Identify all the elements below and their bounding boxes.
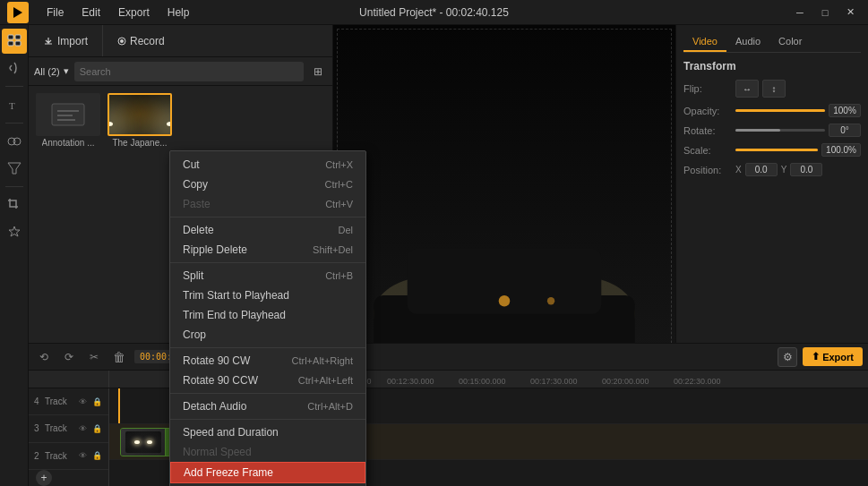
track-label-3: 3 Track 👁 🔒 xyxy=(29,415,108,442)
export-button[interactable]: ⬆ Export xyxy=(803,347,863,366)
ctx-rotate-cw[interactable]: Rotate 90 CWCtrl+Alt+Right xyxy=(170,351,365,371)
svg-point-25 xyxy=(499,295,510,306)
ctx-separator-1 xyxy=(170,217,365,217)
ctx-cut[interactable]: CutCtrl+X xyxy=(170,155,365,175)
rotate-control: 0° xyxy=(735,124,861,137)
ctx-separator-5 xyxy=(170,419,365,420)
flip-controls: ↔ ↕ xyxy=(735,80,861,98)
record-button[interactable]: Record xyxy=(103,25,179,56)
transform-title: Transform xyxy=(683,60,861,72)
video-thumb xyxy=(107,93,172,136)
properties-tabs: Video Audio Color xyxy=(683,32,861,53)
flip-v-button[interactable]: ↕ xyxy=(762,80,786,98)
media-toolbar: All (2) ▾ ⊞ xyxy=(29,57,332,86)
ctx-copy[interactable]: CopyCtrl+C xyxy=(170,175,365,194)
ctx-crop[interactable]: Crop xyxy=(170,325,365,345)
menu-help[interactable]: Help xyxy=(164,4,193,21)
track-2-lock[interactable]: 🔒 xyxy=(90,449,103,462)
opacity-slider[interactable] xyxy=(735,109,825,112)
toolbar-media-btn[interactable] xyxy=(2,29,27,54)
toolbar-separator-1 xyxy=(5,86,23,87)
menu-edit[interactable]: Edit xyxy=(78,4,104,21)
media-item[interactable]: Annotation ... xyxy=(36,93,100,148)
minimize-button[interactable]: ─ xyxy=(789,4,811,21)
svg-rect-3 xyxy=(15,41,21,46)
flip-label: Flip: xyxy=(683,83,735,94)
track-labels: 4 Track 👁 🔒 3 Track 👁 🔒 2 Track xyxy=(29,388,109,486)
ctx-paste: PasteCtrl+V xyxy=(170,194,365,214)
ctx-ripple-delete[interactable]: Ripple DeleteShift+Del xyxy=(170,240,365,260)
ruler-mark-6: 00:20:00.000 xyxy=(602,377,649,386)
flip-row: Flip: ↔ ↕ xyxy=(683,80,861,98)
tab-audio[interactable]: Audio xyxy=(726,32,769,52)
ctx-delete[interactable]: DeleteDel xyxy=(170,220,365,240)
ctx-trim-end[interactable]: Trim End to Playhead xyxy=(170,305,365,325)
tab-video[interactable]: Video xyxy=(683,32,726,52)
menu-export[interactable]: Export xyxy=(115,4,153,21)
flip-h-button[interactable]: ↔ xyxy=(735,80,759,98)
scale-value: 100.0% xyxy=(821,143,861,157)
settings-button[interactable]: ⚙ xyxy=(778,347,797,367)
timeline: ⟲ ⟳ ✂ 🗑 00:00:00.000 ⚙ ⬆ Export 0:00.000… xyxy=(29,343,868,486)
rotate-slider[interactable] xyxy=(735,129,825,132)
y-value[interactable]: 0.0 xyxy=(790,163,822,176)
toolbar-audio-btn[interactable] xyxy=(2,55,27,81)
close-button[interactable]: ✕ xyxy=(839,4,861,21)
toolbar-text-btn[interactable]: T xyxy=(2,92,27,117)
delete-button[interactable]: 🗑 xyxy=(109,347,129,367)
toolbar-star-btn[interactable] xyxy=(2,219,27,244)
scale-slider[interactable] xyxy=(735,149,818,151)
svg-point-10 xyxy=(120,39,124,43)
scale-row: Scale: 100.0% xyxy=(683,143,861,157)
filter-dropdown[interactable]: All (2) ▾ xyxy=(34,65,69,77)
ctx-split[interactable]: SplitCtrl+B xyxy=(170,266,365,286)
x-value[interactable]: 0.0 xyxy=(745,163,778,176)
timeline-body: 4 Track 👁 🔒 3 Track 👁 🔒 2 Track xyxy=(29,388,868,486)
toolbar-transition-btn[interactable] xyxy=(2,129,27,154)
track-4-lock[interactable]: 🔒 xyxy=(90,396,103,408)
opacity-value: 100% xyxy=(829,104,861,117)
title-bar: File Edit Export Help Untitled Project* … xyxy=(0,0,868,25)
svg-text:T: T xyxy=(9,100,15,111)
track-3-eye[interactable]: 👁 xyxy=(76,422,89,435)
import-button[interactable]: Import xyxy=(29,25,103,56)
y-label: Y xyxy=(781,165,787,175)
undo-button[interactable]: ⟲ xyxy=(34,347,54,367)
ctx-add-freeze-frame[interactable]: Add Freeze Frame xyxy=(170,462,365,483)
track-2-eye[interactable]: 👁 xyxy=(76,449,89,462)
svg-rect-2 xyxy=(8,41,13,46)
menu-file[interactable]: File xyxy=(43,4,67,21)
maximize-button[interactable]: □ xyxy=(814,4,836,21)
context-menu: CutCtrl+X CopyCtrl+C PasteCtrl+V DeleteD… xyxy=(169,150,366,486)
add-track-button[interactable]: + xyxy=(36,470,52,486)
track-3-icons: 👁 🔒 xyxy=(76,422,103,435)
clip-car-scene xyxy=(125,431,161,453)
toolbar-filter-btn[interactable] xyxy=(2,156,27,181)
ctx-rotate-ccw[interactable]: Rotate 90 CCWCtrl+Alt+Left xyxy=(170,371,365,390)
svg-point-6 xyxy=(13,138,21,145)
ctx-trim-start[interactable]: Trim Start to Playhead xyxy=(170,286,365,305)
clip-thumbnail xyxy=(121,429,166,456)
toolbar-crop-btn[interactable] xyxy=(2,192,27,217)
toolbar-separator-3 xyxy=(5,186,23,187)
track-3-name: Track xyxy=(45,423,67,433)
search-input[interactable] xyxy=(74,62,304,81)
playhead xyxy=(118,388,120,423)
ctx-separator-3 xyxy=(170,347,365,348)
track-4-number: 4 xyxy=(34,396,41,406)
ctx-speed-duration[interactable]: Speed and Duration xyxy=(170,422,365,442)
redo-button[interactable]: ⟳ xyxy=(59,347,79,367)
video-item-label: The Japane... xyxy=(112,138,167,148)
tab-color[interactable]: Color xyxy=(769,32,811,52)
track-4-name: Track xyxy=(45,396,67,406)
menu-bar: File Edit Export Help xyxy=(43,4,193,21)
position-label: Position: xyxy=(683,165,735,175)
split-button[interactable]: ✂ xyxy=(84,347,104,367)
track-3-lock[interactable]: 🔒 xyxy=(90,422,103,435)
grid-view-button[interactable]: ⊞ xyxy=(309,63,327,81)
clip-headlight-left xyxy=(134,440,140,444)
track-label-2: 2 Track 👁 🔒 xyxy=(29,443,108,470)
media-item-video[interactable]: The Japane... xyxy=(107,93,172,148)
track-4-eye[interactable]: 👁 xyxy=(76,396,89,408)
ctx-detach-audio[interactable]: Detach AudioCtrl+Alt+D xyxy=(170,396,365,416)
